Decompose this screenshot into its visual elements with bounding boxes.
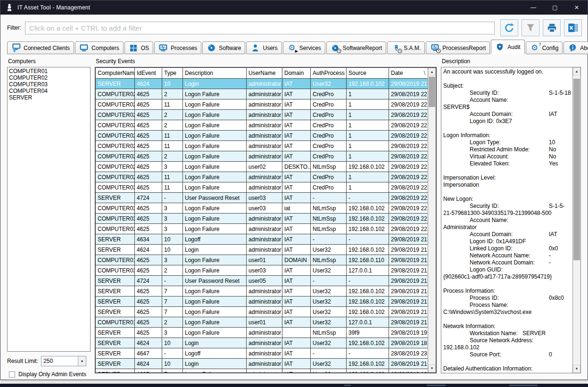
table-cell[interactable]: 29/08/2019 21:57... (389, 79, 428, 89)
table-cell[interactable]: 29/08/2019 21:57... (389, 234, 428, 244)
table-cell[interactable]: 2 (162, 89, 183, 99)
table-cell[interactable]: 3 (162, 255, 183, 265)
table-cell[interactable]: Logon Failure (183, 151, 247, 161)
table-cell[interactable]: Logoff (183, 348, 247, 358)
table-row[interactable]: COMPUTER0246253Logon Failureuser02DESKTO… (96, 162, 428, 172)
table-cell[interactable]: administrator (247, 307, 282, 317)
table-cell[interactable]: 4625 (135, 151, 162, 161)
table-cell[interactable]: COMPUTER02 (96, 89, 135, 99)
table-cell[interactable]: 29/08/2019 22:00... (389, 214, 428, 223)
table-cell[interactable]: COMPUTER02 (96, 110, 135, 120)
table-cell[interactable]: IAT (282, 99, 311, 109)
table-cell[interactable]: 127.0.0.1 (347, 317, 389, 327)
table-cell[interactable]: 3 (162, 203, 183, 213)
table-cell[interactable]: 19/08/2019 19:40... (389, 369, 428, 373)
table-row[interactable]: COMPUTER0246252Logon Failureadministrato… (96, 120, 428, 131)
table-cell[interactable]: 4625 (135, 131, 162, 140)
table-cell[interactable]: Logon Failure (183, 99, 247, 109)
table-cell[interactable]: 7 (162, 307, 183, 317)
close-button[interactable]: ✕ (566, 0, 588, 15)
table-cell[interactable]: User32 (311, 317, 347, 327)
table-cell[interactable]: 10 (162, 79, 183, 89)
table-cell[interactable]: 4625 (135, 265, 162, 275)
scroll-down-icon[interactable]: ▼ (428, 364, 436, 372)
table-cell[interactable]: Login (183, 338, 247, 348)
table-cell[interactable]: COMPUTER02 (96, 131, 135, 140)
admin-events-checkbox[interactable] (9, 371, 15, 378)
table-cell[interactable]: IAT (282, 265, 311, 275)
table-row[interactable]: SERVER462410LoginadministratorIATUser321… (96, 245, 428, 255)
table-cell[interactable]: 10 (162, 359, 183, 369)
table-cell[interactable]: 29/08/2019 22:01... (389, 182, 428, 192)
table-row[interactable]: SERVER46257Logon FailureadministratorIAT… (96, 296, 428, 307)
table-cell[interactable]: - (311, 348, 347, 358)
list-item-server[interactable]: SERVER (8, 94, 90, 101)
table-cell[interactable]: 4624 (135, 338, 162, 348)
tab-audit[interactable]: Audit (491, 40, 524, 54)
table-cell[interactable]: 4624 (135, 245, 162, 255)
table-cell[interactable]: IAT (282, 131, 311, 140)
table-cell[interactable]: 192.168.0.102 (347, 338, 389, 348)
table-cell[interactable]: 192.168.0.102 (347, 79, 389, 89)
minimize-button[interactable]: — (522, 0, 544, 15)
table-cell[interactable]: 4625 (135, 89, 162, 99)
table-cell[interactable]: User32 (311, 369, 347, 373)
table-cell[interactable]: 11 (162, 99, 183, 109)
scroll-down-icon[interactable]: ▼ (573, 365, 580, 373)
table-cell[interactable]: IAT (282, 110, 311, 120)
table-cell[interactable]: IAT (282, 234, 311, 244)
table-cell[interactable]: IAT (282, 89, 311, 99)
table-cell[interactable]: 1 (347, 182, 389, 192)
table-cell[interactable]: 4624 (135, 359, 162, 369)
table-cell[interactable]: 29/08/2019 21:48... (389, 255, 428, 265)
table-cell[interactable]: IAT (282, 151, 311, 161)
maximize-button[interactable]: ▢ (544, 0, 566, 15)
grid-vertical-scrollbar[interactable]: ▲ ▼ (428, 68, 436, 372)
table-cell[interactable]: administrator (247, 110, 282, 120)
table-cell[interactable]: IAT (282, 359, 311, 369)
table-cell[interactable]: 1 (347, 110, 389, 120)
table-cell[interactable]: 29/08/2019 21:40... (389, 307, 428, 317)
table-cell[interactable]: 29/08/2019 21:40... (389, 286, 428, 296)
table-row[interactable]: SERVER46257Logon FailureadministratorIAT… (96, 369, 428, 373)
table-cell[interactable]: 28/08/2019 21:47... (389, 359, 428, 369)
table-cell[interactable]: SERVER (96, 234, 135, 244)
table-cell[interactable]: CredPro (311, 89, 347, 99)
table-cell[interactable]: COMPUTER02 (96, 162, 135, 172)
table-row[interactable]: COMPUTER02462511Logon Failureadministrat… (96, 141, 428, 151)
table-cell[interactable]: 29/08/2019 22:35... (389, 99, 428, 109)
list-item-computer01[interactable]: COMPUTER01 (8, 68, 90, 74)
table-cell[interactable]: SERVER (96, 369, 135, 373)
scroll-up-icon[interactable]: ▲ (428, 68, 436, 76)
table-cell[interactable]: Logon Failure (183, 110, 247, 120)
table-cell[interactable]: Logoff (183, 234, 247, 244)
column-header-type[interactable]: Type (162, 68, 183, 78)
table-cell[interactable]: 29/08/2019 22:35... (389, 151, 428, 161)
table-cell[interactable]: COMPUTER03 (96, 203, 135, 213)
table-cell[interactable]: 4625 (135, 141, 162, 151)
table-cell[interactable]: Logon Failure (183, 265, 247, 275)
table-cell[interactable]: administrator (247, 172, 282, 182)
table-cell[interactable]: 4625 (135, 307, 162, 317)
table-row[interactable]: COMPUTER0246252Logon Failureadministrato… (96, 151, 428, 162)
table-row[interactable]: COMPUTER0246252Logon Failureadministrato… (96, 89, 428, 99)
table-cell[interactable]: user03 (247, 203, 282, 213)
table-cell[interactable]: 4625 (135, 110, 162, 120)
table-cell[interactable]: Logon Failure (183, 369, 247, 373)
table-cell[interactable]: 28/08/2019 23:29... (389, 348, 428, 358)
grid-scroll-thumb[interactable] (429, 77, 435, 107)
table-cell[interactable]: 192.168.0.102 (347, 296, 389, 306)
tab-config[interactable]: ⚙?Config (526, 41, 563, 54)
table-cell[interactable]: 2 (162, 151, 183, 161)
table-cell[interactable]: administrator (247, 296, 282, 306)
table-cell[interactable]: CredPro (311, 141, 347, 151)
table-cell[interactable]: 4625 (135, 317, 162, 327)
table-cell[interactable]: IAT (282, 245, 311, 255)
table-cell[interactable]: IAT (282, 307, 311, 317)
table-cell[interactable]: 192.168.0.102 (347, 286, 389, 296)
tab-s-a-m[interactable]: S.A.M. (387, 41, 425, 54)
tab-softwarereport[interactable]: SoftwareReport (326, 41, 386, 54)
table-row[interactable]: SERVER46253Logon FailureadministratorNtL… (96, 328, 428, 338)
table-cell[interactable]: Logon Failure (183, 162, 247, 172)
table-cell[interactable]: administrator (247, 120, 282, 130)
